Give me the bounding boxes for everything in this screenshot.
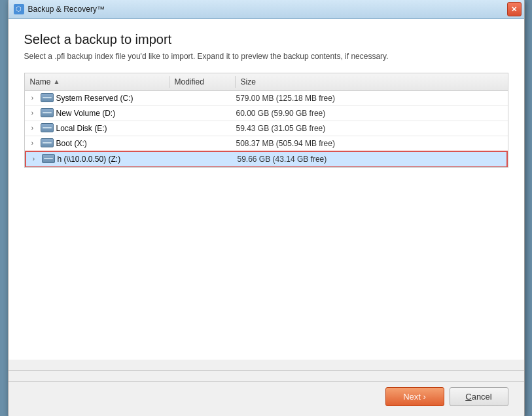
table-row[interactable]: › Boot (X:) 508.37 MB (505.94 MB free) <box>25 136 508 151</box>
cancel-underline-c: C <box>465 392 471 402</box>
table-header: Name ▲ Modified Size <box>25 73 508 91</box>
row-size: 508.37 MB (505.94 MB free) <box>236 139 508 148</box>
expand-icon[interactable]: › <box>27 94 38 102</box>
footer-area: Next › Cancel <box>9 381 524 416</box>
column-header-modified: Modified <box>169 76 235 88</box>
table-row[interactable]: › New Volume (D:) 60.00 GB (59.90 GB fre… <box>25 106 508 121</box>
drive-icon <box>41 123 54 134</box>
close-button[interactable]: ✕ <box>507 2 522 16</box>
window-title: Backup & Recovery™ <box>28 5 105 14</box>
next-button[interactable]: Next › <box>385 387 444 406</box>
column-header-name: Name ▲ <box>25 76 169 88</box>
expand-icon[interactable]: › <box>27 140 38 147</box>
drive-icon <box>41 108 54 119</box>
page-title: Select a backup to import <box>24 32 508 47</box>
table-row[interactable]: › Local Disk (E:) 59.43 GB (31.05 GB fre… <box>25 121 508 136</box>
column-header-size: Size <box>236 76 508 88</box>
expand-icon[interactable]: › <box>27 124 38 132</box>
row-size: 60.00 GB (59.90 GB free) <box>236 109 508 118</box>
content-area: Select a backup to import Select a .pfi … <box>9 19 524 360</box>
expand-icon[interactable]: › <box>27 109 38 117</box>
row-name: Local Disk (E:) <box>56 124 171 133</box>
drive-icon <box>41 93 54 104</box>
sort-arrow-icon: ▲ <box>54 78 60 85</box>
page-description: Select a .pfi backup index file you'd li… <box>24 51 508 62</box>
drive-icon <box>42 154 55 164</box>
row-name: New Volume (D:) <box>56 109 171 118</box>
cancel-button[interactable]: Cancel <box>450 387 508 406</box>
file-table: Name ▲ Modified Size › System Reserved (… <box>24 73 508 168</box>
footer-divider <box>9 370 524 371</box>
row-name: System Reserved (C:) <box>56 94 171 103</box>
table-row[interactable]: › System Reserved (C:) 579.00 MB (125.18… <box>25 91 508 106</box>
app-icon: ⬡ <box>14 4 24 14</box>
main-window: ⬡ Backup & Recovery™ ✕ Select a backup t… <box>8 0 525 416</box>
table-row-selected[interactable]: › h (\\10.0.0.50) (Z:) 59.66 GB (43.14 G… <box>25 151 508 168</box>
row-name: h (\\10.0.0.50) (Z:) <box>58 155 172 164</box>
row-size: 59.43 GB (31.05 GB free) <box>236 124 508 133</box>
row-size: 59.66 GB (43.14 GB free) <box>238 155 506 164</box>
expand-icon[interactable]: › <box>29 155 39 162</box>
row-name: Boot (X:) <box>56 139 171 148</box>
row-size: 579.00 MB (125.18 MB free) <box>236 94 508 103</box>
drive-icon <box>41 138 54 149</box>
title-bar: ⬡ Backup & Recovery™ ✕ <box>9 0 524 19</box>
